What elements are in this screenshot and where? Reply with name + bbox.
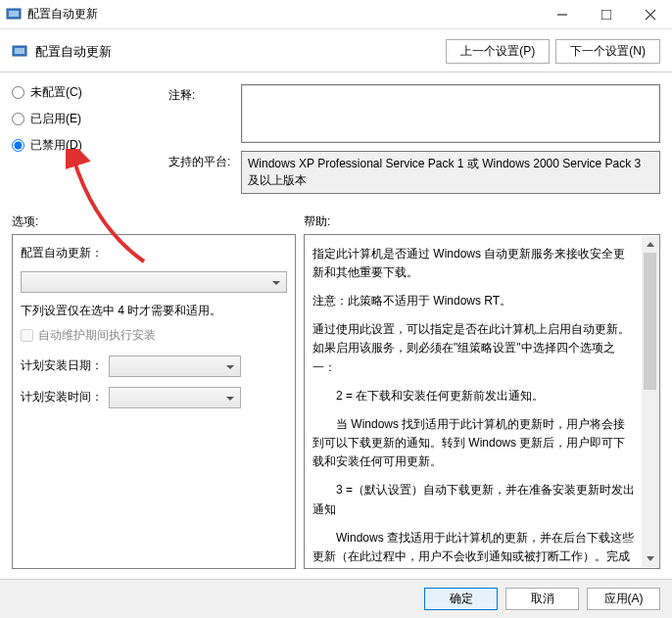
header-title: 配置自动更新	[35, 43, 112, 61]
cancel-button[interactable]: 取消	[505, 588, 579, 610]
maintenance-check-row[interactable]: 自动维护期间执行安装	[21, 327, 287, 344]
radio-not-configured-input[interactable]	[12, 86, 24, 99]
help-scrollbar[interactable]	[642, 236, 658, 567]
comment-label: 注释:	[168, 84, 235, 143]
help-p4: 2 = 在下载和安装任何更新前发出通知。	[312, 387, 636, 405]
options-label: 选项:	[12, 214, 304, 230]
close-button[interactable]	[628, 0, 672, 29]
dialog-footer: 确定 取消 应用(A)	[0, 579, 672, 618]
options-note: 下列设置仅在选中 4 时才需要和适用。	[21, 303, 287, 319]
config-update-combo[interactable]	[21, 271, 287, 293]
svg-marker-10	[647, 556, 654, 561]
radio-enabled[interactable]: 已启用(E)	[12, 111, 159, 127]
prev-setting-button[interactable]: 上一个设置(P)	[446, 39, 550, 64]
scroll-down-icon[interactable]	[642, 550, 658, 567]
minimize-button[interactable]	[540, 0, 584, 29]
maximize-button[interactable]	[584, 0, 628, 29]
radio-enabled-label: 已启用(E)	[30, 111, 81, 127]
scroll-thumb[interactable]	[644, 253, 656, 390]
platform-text: Windows XP Professional Service Pack 1 或…	[241, 151, 660, 194]
help-label: 帮助:	[304, 214, 660, 230]
sched-time-combo[interactable]	[109, 387, 241, 408]
sched-time-label: 计划安装时间：	[21, 389, 103, 405]
svg-rect-3	[601, 10, 611, 20]
state-radio-group: 未配置(C) 已启用(E) 已禁用(D)	[12, 84, 159, 154]
help-pane: 指定此计算机是否通过 Windows 自动更新服务来接收安全更新和其他重要下载。…	[304, 234, 660, 569]
config-update-label: 配置自动更新：	[21, 245, 103, 261]
help-p3: 通过使用此设置，可以指定是否在此计算机上启用自动更新。如果启用该服务，则必须在"…	[312, 320, 636, 377]
svg-marker-9	[647, 242, 654, 247]
app-icon	[6, 7, 22, 23]
policy-icon	[12, 44, 27, 60]
next-setting-button[interactable]: 下一个设置(N)	[555, 39, 660, 64]
help-p1: 指定此计算机是否通过 Windows 自动更新服务来接收安全更新和其他重要下载。	[312, 245, 636, 282]
sched-day-combo[interactable]	[109, 356, 241, 377]
titlebar: 配置自动更新	[0, 0, 672, 29]
scroll-up-icon[interactable]	[642, 236, 658, 253]
help-p5: 当 Windows 找到适用于此计算机的更新时，用户将会接到可以下载更新的通知。…	[312, 415, 636, 472]
radio-enabled-input[interactable]	[12, 113, 24, 125]
apply-button[interactable]: 应用(A)	[587, 588, 660, 610]
platform-label: 支持的平台:	[168, 151, 235, 194]
svg-rect-7	[15, 48, 24, 54]
maintenance-check-label: 自动维护期间执行安装	[38, 327, 156, 344]
maintenance-checkbox[interactable]	[21, 329, 33, 342]
help-p7: Windows 查找适用于此计算机的更新，并在后台下载这些更新（在此过程中，用户…	[312, 529, 636, 569]
ok-button[interactable]: 确定	[424, 588, 498, 610]
help-p2: 注意：此策略不适用于 Windows RT。	[312, 292, 636, 310]
header-bar: 配置自动更新 上一个设置(P) 下一个设置(N)	[0, 29, 672, 72]
options-pane: 配置自动更新： 下列设置仅在选中 4 时才需要和适用。 自动维护期间执行安装 计…	[12, 234, 296, 569]
comment-input[interactable]	[241, 84, 660, 143]
sched-day-label: 计划安装日期：	[21, 357, 103, 374]
radio-disabled[interactable]: 已禁用(D)	[12, 137, 159, 154]
radio-disabled-input[interactable]	[12, 139, 24, 152]
help-p6: 3 =（默认设置）自动下载更新，并在准备安装更新时发出通知	[312, 481, 636, 518]
svg-rect-1	[9, 11, 19, 17]
radio-disabled-label: 已禁用(D)	[30, 137, 82, 154]
radio-not-configured-label: 未配置(C)	[30, 84, 82, 101]
window-title: 配置自动更新	[27, 6, 540, 23]
radio-not-configured[interactable]: 未配置(C)	[12, 84, 159, 101]
